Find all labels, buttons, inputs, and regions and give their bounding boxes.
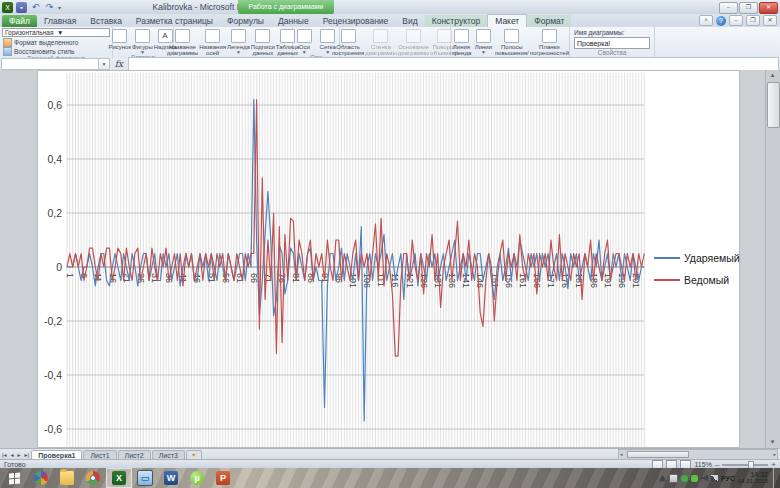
- taskbar-explorer-icon[interactable]: [54, 468, 80, 488]
- network-icon[interactable]: [711, 475, 718, 482]
- save-icon[interactable]: ▪: [16, 2, 27, 13]
- group-insert: Рисунок Фигуры ▼ Надпись Вставка: [113, 27, 174, 58]
- workbook-restore-icon[interactable]: ❐: [746, 15, 760, 26]
- sheet-tab-list2[interactable]: Лист2: [118, 450, 151, 460]
- taskbar-clock[interactable]: 14:32 04.01.2015: [738, 471, 768, 485]
- help-icon[interactable]: ?: [716, 16, 726, 26]
- vertical-scrollbar-thumb[interactable]: [767, 82, 780, 128]
- axis-titles-button[interactable]: Названия осей ▼: [199, 28, 226, 60]
- scroll-left-icon[interactable]: ◂: [620, 450, 623, 458]
- lines-button[interactable]: Линии ▼: [473, 28, 494, 54]
- show-desktop-button[interactable]: [773, 468, 778, 488]
- data-labels-button[interactable]: Подписи данных ▼: [251, 28, 275, 60]
- taskbar-picasa-icon[interactable]: [28, 468, 54, 488]
- tab-format[interactable]: Формат: [527, 15, 571, 27]
- up-down-bars-icon: [504, 29, 519, 43]
- chart-floor-icon: [406, 29, 421, 43]
- zoom-slider[interactable]: [722, 464, 768, 466]
- error-bars-button[interactable]: Планки погрешностей ▼: [530, 28, 569, 60]
- scroll-right-icon[interactable]: ▸: [773, 450, 776, 458]
- insert-worksheet-icon[interactable]: ✦: [186, 450, 202, 460]
- chart-name-label: Имя диаграммы:: [574, 29, 654, 36]
- chart-legend[interactable]: Ударяемый Ведомый: [654, 247, 740, 291]
- close-button[interactable]: ✕: [759, 2, 778, 14]
- format-selection-button[interactable]: Формат выделенного: [3, 38, 112, 46]
- excel-app-icon[interactable]: X: [2, 2, 13, 13]
- sheet-tab-proverka1[interactable]: Проверка1: [31, 450, 82, 460]
- trendline-button[interactable]: Линия тренда ▼: [451, 28, 472, 60]
- taskbar-excel-icon[interactable]: X: [106, 468, 132, 488]
- tab-home[interactable]: Главная: [37, 15, 83, 27]
- chart-canvas[interactable]: 0,60,40,20-0,2-0,4-0,6161116212631364146…: [37, 70, 740, 448]
- formula-input[interactable]: [128, 57, 779, 71]
- update-icon[interactable]: [681, 475, 688, 482]
- insert-picture-button[interactable]: Рисунок: [108, 28, 131, 50]
- insert-function-icon[interactable]: fx: [110, 59, 128, 69]
- group-labels: Название диаграммы ▼ Названия осей ▼ Лег…: [174, 27, 293, 58]
- axes-button[interactable]: Оси ▼: [293, 28, 316, 54]
- tab-insert[interactable]: Вставка: [83, 15, 129, 27]
- tab-data[interactable]: Данные: [271, 15, 316, 27]
- taskbar-chrome-icon[interactable]: [80, 468, 106, 488]
- tab-formulas[interactable]: Формулы: [220, 15, 271, 27]
- axes-icon: [297, 29, 312, 43]
- sheet-tab-list1[interactable]: Лист1: [83, 450, 116, 460]
- horizontal-scrollbar-thumb[interactable]: [627, 451, 689, 458]
- scroll-down-icon[interactable]: ▼: [766, 437, 779, 448]
- svg-text:1: 1: [65, 273, 75, 278]
- volume-icon[interactable]: [701, 475, 708, 482]
- tab-page-layout[interactable]: Разметка страницы: [129, 15, 220, 27]
- last-sheet-icon[interactable]: ▸|: [23, 451, 32, 458]
- chart-element-selector[interactable]: Горизонтальная ось (ка ▼: [2, 28, 110, 37]
- plot-area-button[interactable]: Область построения ▼: [332, 28, 364, 60]
- undo-icon[interactable]: ↶: [30, 2, 41, 13]
- flag-icon[interactable]: [669, 474, 678, 483]
- minimize-button[interactable]: –: [719, 2, 738, 14]
- legend-button[interactable]: Легенда ▼: [227, 28, 250, 54]
- tab-view[interactable]: Вид: [395, 15, 424, 27]
- utorrent-tray-icon[interactable]: [691, 475, 698, 482]
- qat-customize-icon[interactable]: ▾: [58, 4, 61, 11]
- svg-text:0,4: 0,4: [47, 153, 62, 165]
- workbook-close-icon[interactable]: ✕: [763, 15, 777, 26]
- name-box[interactable]: [1, 58, 99, 70]
- chart-element-selector-value: Горизонтальная ось (ка: [3, 29, 55, 36]
- name-box-dropdown-icon[interactable]: ▼: [99, 58, 110, 70]
- taskbar-word-icon[interactable]: W: [158, 468, 184, 488]
- workbook-minimize-icon[interactable]: –: [729, 15, 743, 26]
- language-indicator[interactable]: РУС: [721, 475, 735, 482]
- ribbon: Горизонтальная ось (ка ▼ Формат выделенн…: [0, 27, 780, 59]
- collapse-ribbon-icon[interactable]: ˄: [699, 15, 713, 26]
- chart-name-input[interactable]: [574, 37, 650, 49]
- start-button[interactable]: [0, 468, 28, 488]
- taskbar-display-icon[interactable]: ▭: [132, 468, 158, 488]
- sheet-tab-list3[interactable]: Лист3: [152, 450, 185, 460]
- plot-area-icon: [341, 29, 356, 43]
- tab-layout[interactable]: Макет: [487, 14, 527, 27]
- prev-sheet-icon[interactable]: ◂: [9, 451, 16, 458]
- vertical-scrollbar[interactable]: ▲ ▼: [765, 70, 780, 448]
- taskbar-utorrent-icon[interactable]: µ: [184, 468, 210, 488]
- first-sheet-icon[interactable]: |◂: [0, 451, 9, 458]
- taskbar-powerpoint-icon[interactable]: P: [210, 468, 236, 488]
- picture-icon: [112, 29, 127, 43]
- legend-item[interactable]: Ударяемый: [654, 247, 740, 269]
- tab-design[interactable]: Конструктор: [425, 15, 487, 27]
- chevron-down-icon: ▼: [55, 31, 109, 35]
- legend-item[interactable]: Ведомый: [654, 269, 740, 291]
- svg-text:-0,6: -0,6: [44, 423, 62, 435]
- reset-style-button[interactable]: Восстановить стиль: [3, 47, 112, 55]
- tab-file[interactable]: Файл: [2, 15, 37, 27]
- title-bar: X ▪ ↶ ↷ ▾ Kalibrovka - Microsoft Excel Р…: [0, 0, 780, 15]
- next-sheet-icon[interactable]: ▸: [16, 451, 23, 458]
- group-background: Область построения ▼ Стенка диаграммы Ос…: [340, 27, 451, 58]
- scroll-up-icon[interactable]: ▲: [766, 70, 779, 81]
- redo-icon[interactable]: ↷: [44, 2, 55, 13]
- tray-expand-icon[interactable]: [659, 475, 666, 482]
- zoom-level[interactable]: 115%: [694, 461, 711, 468]
- restore-button[interactable]: ❐: [739, 2, 758, 14]
- tab-review[interactable]: Рецензирование: [316, 15, 396, 27]
- group-current-selection: Горизонтальная ось (ка ▼ Формат выделенн…: [0, 27, 113, 58]
- insert-shapes-button[interactable]: Фигуры ▼: [132, 28, 153, 54]
- chart-title-button[interactable]: Название диаграммы ▼: [167, 28, 199, 60]
